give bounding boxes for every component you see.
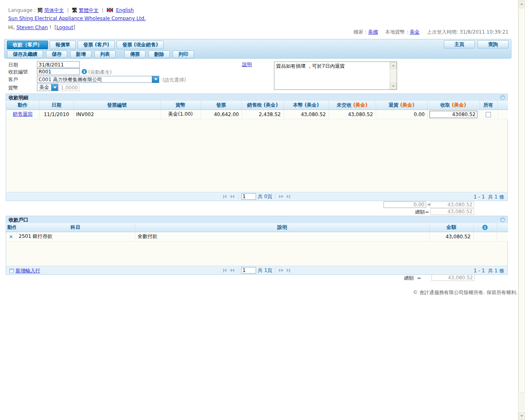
col-description: 說明 (135, 223, 429, 232)
chevron-down-icon[interactable] (152, 76, 159, 83)
next-page-icon[interactable] (278, 269, 285, 272)
language-link-traditional[interactable]: 繁體中文 (79, 7, 98, 13)
query-button[interactable]: 查詢 (477, 40, 509, 48)
remark-link-wrap: 說明 (242, 61, 252, 68)
info-icon[interactable]: i (82, 69, 87, 74)
customer-hint: (請先選擇) (162, 77, 186, 84)
customer-label: 客戶 (8, 76, 18, 83)
receipt-detail-grid: 收款明細 動作 日期 發票編號 貨幣 發票 銷售稅 (美金) 本幣 (美金) 未… (6, 94, 508, 201)
language-label: Language : (8, 7, 36, 13)
sales-return-link[interactable]: 銷售退回 (13, 111, 32, 117)
tab-quotation[interactable]: 報價單 (50, 41, 76, 49)
invoice-amount-cell: 40,642.00 (201, 110, 242, 119)
home-button[interactable]: 主頁 (444, 40, 475, 48)
last-page-icon[interactable] (286, 269, 291, 272)
next-page-icon[interactable] (278, 195, 285, 198)
user-link[interactable]: Steven Chan (16, 25, 48, 30)
collapse-icon[interactable] (500, 95, 505, 100)
col-currency: 貨幣 (160, 101, 201, 110)
print-button[interactable]: 列印 (173, 50, 194, 58)
customer-combo[interactable]: C001 高力快餐集團有限公司 (37, 76, 159, 83)
pager-controls: 共 0頁 (222, 192, 291, 201)
info-icon[interactable]: i (482, 225, 488, 230)
tab-invoice-cash-sale[interactable]: 發票 (現金銷售) (116, 41, 164, 49)
remark-text[interactable]: 貨品如有損壞 ，可於7日內退貨 (274, 62, 390, 89)
add-row-label[interactable]: 新增輸入行 (16, 267, 40, 274)
col-spacer (498, 101, 508, 110)
delete-row-icon[interactable]: × (9, 234, 13, 240)
copyright-text: © 會計通服務有限公司版權所有. 保留所有權利. (413, 289, 518, 296)
scroll-up-icon[interactable] (390, 62, 397, 68)
save-and-continue-button[interactable]: 儲存及繼續 (7, 50, 43, 58)
spacer-cell (498, 110, 508, 119)
tab-invoice-customer[interactable]: 發票 (客戶) (78, 41, 115, 49)
outstanding-cell: 43,080.52 (329, 110, 376, 119)
first-page-icon[interactable] (222, 269, 227, 272)
new-button[interactable]: 新增 (70, 50, 91, 58)
uk-flag-icon (107, 8, 113, 12)
base-amount-cell: 43,080.52 (283, 110, 329, 119)
returns-cell: 0.00 (376, 110, 427, 119)
last-page-icon[interactable] (286, 195, 291, 199)
greeting-suffix: ! (49, 25, 51, 30)
currency-select-value: 美金 (37, 84, 51, 91)
logout-link[interactable]: Logout (57, 25, 73, 30)
receive-input[interactable] (429, 111, 477, 118)
currency-select[interactable]: 美金 (37, 84, 58, 91)
receipt-no-input[interactable] (37, 68, 80, 75)
received-sum-input[interactable] (383, 201, 426, 208)
tab-receipt-customer[interactable]: 收款（客戶） (7, 41, 48, 49)
remark-textarea[interactable]: 貨品如有損壞 ，可於7日內退貨 (274, 62, 397, 90)
receipt-account-grid: 收款戶口 動作 科目 說明 金額 i × 2501 銀行存款 全數付款 43,0… (6, 216, 508, 275)
company-row: Sun Shing Electrical Appliance Wholesale… (8, 16, 146, 21)
page-count-label: 共 0頁 (258, 193, 272, 200)
local-currency-link[interactable]: 美金 (410, 29, 420, 35)
account-grid-title: 收款戶口 (6, 216, 507, 223)
scrollbar-thumb[interactable] (518, 8, 525, 393)
tab-strip: 收款（客戶） 報價單 發票 (客戶) 發票 (現金銷售) 主頁 查詢 (5, 39, 511, 49)
collapse-icon[interactable] (500, 217, 505, 222)
save-button[interactable]: 儲存 (46, 50, 67, 58)
delete-button[interactable]: 刪除 (148, 50, 170, 58)
country-link[interactable]: 美國 (368, 29, 378, 35)
language-link-english[interactable]: English (116, 7, 134, 13)
detail-grid-pager: 共 0頁 1 - 1 共 1 條 (6, 192, 507, 201)
separator: | (102, 7, 103, 13)
scroll-down-icon[interactable] (518, 413, 525, 420)
row-checkbox[interactable] (486, 112, 491, 117)
textarea-scrollbar[interactable] (390, 62, 397, 89)
page-number-input[interactable] (241, 193, 256, 200)
remark-link[interactable]: 說明 (242, 62, 252, 67)
traditional-glyph: 繁 (72, 7, 77, 13)
chevron-down-icon[interactable] (51, 84, 58, 91)
col-all: 所有 (479, 101, 498, 110)
col-account: 科目 (16, 223, 135, 232)
receipt-no-label: 收款編號 (8, 68, 28, 75)
date-input[interactable] (37, 61, 80, 68)
account-header-row: 動作 科目 說明 金額 i (6, 223, 508, 232)
prev-page-icon[interactable] (229, 269, 235, 272)
company-link[interactable]: Sun Shing Electrical Appliance Wholesale… (8, 16, 146, 21)
page-number-input[interactable] (241, 267, 256, 274)
customer-combo-value[interactable]: C001 高力快餐集團有限公司 (37, 76, 152, 83)
col-action: 動作 (6, 223, 16, 232)
add-row-icon (9, 269, 14, 273)
first-page-icon[interactable] (222, 195, 227, 199)
page-count-label: 共 1頁 (258, 267, 272, 274)
scroll-down-icon[interactable] (390, 83, 397, 89)
account-cell: 2501 銀行存款 (16, 232, 135, 241)
last-login-label: 上次登入時間: (427, 29, 458, 35)
amount-cell: 43,080.52 (429, 232, 473, 241)
language-link-simplified[interactable]: 简体中文 (44, 7, 64, 13)
list-button[interactable]: 列表 (94, 50, 116, 58)
prev-page-icon[interactable] (229, 195, 235, 198)
add-row-link[interactable]: 新增輸入行 (9, 267, 40, 274)
scroll-up-icon[interactable] (518, 0, 525, 7)
receive-total-input (430, 201, 474, 208)
table-row: × 2501 銀行存款 全數付款 43,080.52 (6, 232, 508, 241)
page-scrollbar[interactable] (518, 0, 525, 420)
col-base: 本幣 (美金) (283, 101, 329, 110)
voucher-button[interactable]: 傳票 (124, 50, 146, 58)
info-cell (473, 232, 497, 241)
col-invoice-no: 發票編號 (73, 101, 160, 110)
